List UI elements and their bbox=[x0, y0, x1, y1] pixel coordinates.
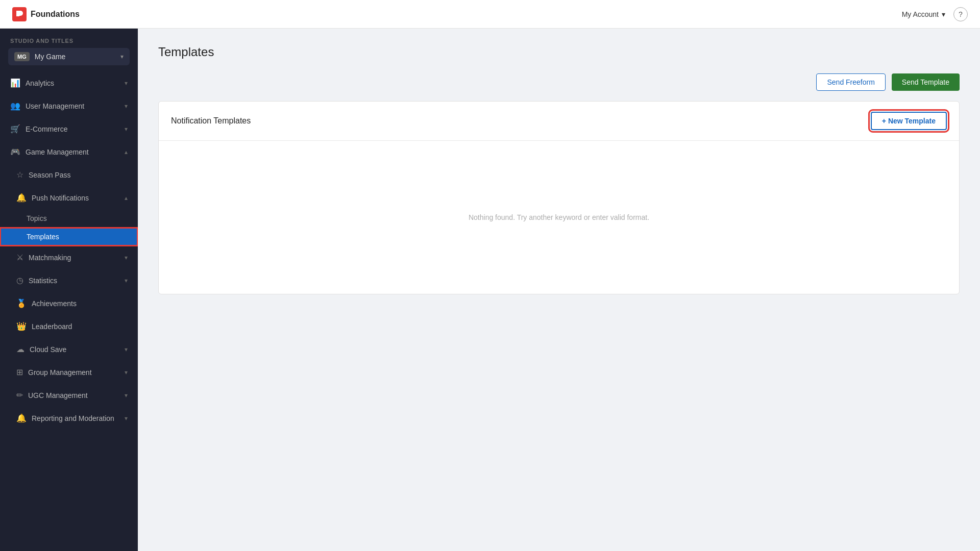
sidebar-item-cloud-save[interactable]: ☁ Cloud Save ▾ bbox=[0, 338, 138, 361]
statistics-icon: ◷ bbox=[16, 276, 23, 285]
analytics-chevron-icon: ▾ bbox=[125, 80, 128, 87]
ecommerce-label: E-Commerce bbox=[26, 125, 67, 133]
studio-name: My Game bbox=[35, 53, 115, 61]
topics-label: Topics bbox=[27, 214, 47, 222]
sidebar-item-topics[interactable]: Topics bbox=[0, 209, 138, 228]
push-notifications-label: Push Notifications bbox=[32, 194, 89, 202]
ugc-management-icon: ✏ bbox=[16, 390, 23, 400]
logo-area: Foundations bbox=[12, 7, 80, 21]
sidebar-item-push-notifications[interactable]: 🔔 Push Notifications ▴ bbox=[0, 186, 138, 209]
game-management-chevron-icon: ▴ bbox=[125, 148, 128, 156]
leaderboard-label: Leaderboard bbox=[32, 322, 72, 331]
user-management-label: User Management bbox=[26, 102, 84, 110]
ecommerce-chevron-icon: ▾ bbox=[125, 126, 128, 133]
page-title: Templates bbox=[158, 45, 960, 59]
reporting-moderation-chevron-icon: ▾ bbox=[125, 415, 128, 422]
header-right: My Account ▾ ? bbox=[902, 7, 968, 21]
studio-selector[interactable]: MG My Game ▾ bbox=[8, 48, 130, 65]
matchmaking-chevron-icon: ▾ bbox=[125, 254, 128, 261]
game-management-icon: 🎮 bbox=[10, 147, 20, 157]
empty-message: Nothing found. Try another keyword or en… bbox=[469, 213, 649, 221]
cloud-save-label: Cloud Save bbox=[30, 345, 66, 354]
season-pass-icon: ☆ bbox=[16, 170, 23, 180]
group-management-label: Group Management bbox=[28, 368, 92, 377]
top-header: Foundations My Account ▾ ? bbox=[0, 0, 980, 29]
sidebar-item-user-management[interactable]: 👥 User Management ▾ bbox=[0, 94, 138, 117]
sidebar-item-leaderboard[interactable]: 👑 Leaderboard bbox=[0, 315, 138, 338]
studio-chevron-icon: ▾ bbox=[120, 53, 124, 60]
new-template-button[interactable]: + New Template bbox=[871, 112, 947, 130]
user-management-chevron-icon: ▾ bbox=[125, 103, 128, 110]
sidebar-item-reporting-moderation[interactable]: 🔔 Reporting and Moderation ▾ bbox=[0, 407, 138, 430]
cloud-save-icon: ☁ bbox=[16, 344, 24, 354]
action-bar: Send Freeform Send Template bbox=[158, 73, 960, 91]
templates-label: Templates bbox=[27, 233, 59, 241]
sidebar-section-label: STUDIO AND TITLES bbox=[0, 29, 138, 48]
sidebar-item-statistics[interactable]: ◷ Statistics ▾ bbox=[0, 269, 138, 292]
sidebar-item-analytics[interactable]: 📊 Analytics ▾ bbox=[0, 71, 138, 94]
send-template-button[interactable]: Send Template bbox=[892, 73, 960, 91]
sidebar-item-templates[interactable]: Templates bbox=[0, 228, 138, 246]
analytics-label: Analytics bbox=[26, 79, 54, 87]
achievements-icon: 🏅 bbox=[16, 298, 27, 308]
group-management-chevron-icon: ▾ bbox=[125, 369, 128, 376]
user-management-icon: 👥 bbox=[10, 101, 20, 111]
push-notifications-icon: 🔔 bbox=[16, 193, 27, 203]
app-body: STUDIO AND TITLES MG My Game ▾ 📊 Analyti… bbox=[0, 29, 980, 551]
sidebar: STUDIO AND TITLES MG My Game ▾ 📊 Analyti… bbox=[0, 29, 138, 551]
ugc-management-label: UGC Management bbox=[28, 391, 88, 399]
card-header: Notification Templates + New Template bbox=[159, 102, 959, 141]
logo-icon bbox=[12, 7, 27, 21]
game-management-label: Game Management bbox=[26, 148, 89, 156]
card-header-title: Notification Templates bbox=[171, 116, 251, 126]
achievements-label: Achievements bbox=[32, 299, 77, 308]
account-chevron-icon: ▾ bbox=[942, 10, 945, 18]
statistics-label: Statistics bbox=[29, 277, 57, 285]
push-notifications-chevron-icon: ▴ bbox=[125, 194, 128, 202]
reporting-moderation-icon: 🔔 bbox=[16, 413, 27, 423]
matchmaking-icon: ⚔ bbox=[16, 253, 23, 262]
help-button[interactable]: ? bbox=[953, 7, 968, 21]
ecommerce-icon: 🛒 bbox=[10, 124, 20, 134]
sidebar-item-ugc-management[interactable]: ✏ UGC Management ▾ bbox=[0, 384, 138, 407]
group-management-icon: ⊞ bbox=[16, 367, 23, 377]
cloud-save-chevron-icon: ▾ bbox=[125, 346, 128, 353]
sidebar-item-group-management[interactable]: ⊞ Group Management ▾ bbox=[0, 361, 138, 384]
analytics-icon: 📊 bbox=[10, 78, 20, 88]
statistics-chevron-icon: ▾ bbox=[125, 277, 128, 284]
my-account-label: My Account bbox=[902, 10, 939, 18]
help-icon: ? bbox=[959, 10, 963, 18]
card-body: Nothing found. Try another keyword or en… bbox=[159, 141, 959, 294]
reporting-moderation-label: Reporting and Moderation bbox=[32, 414, 114, 422]
studio-badge: MG bbox=[14, 52, 30, 61]
logo-text: Foundations bbox=[31, 10, 80, 19]
season-pass-label: Season Pass bbox=[29, 171, 71, 179]
my-account-button[interactable]: My Account ▾ bbox=[902, 10, 945, 18]
sidebar-item-matchmaking[interactable]: ⚔ Matchmaking ▾ bbox=[0, 246, 138, 269]
matchmaking-label: Matchmaking bbox=[29, 254, 71, 262]
send-freeform-button[interactable]: Send Freeform bbox=[816, 73, 885, 91]
sidebar-item-season-pass[interactable]: ☆ Season Pass bbox=[0, 163, 138, 186]
main-content: Templates Send Freeform Send Template No… bbox=[138, 29, 980, 551]
sidebar-item-ecommerce[interactable]: 🛒 E-Commerce ▾ bbox=[0, 117, 138, 140]
sidebar-item-game-management[interactable]: 🎮 Game Management ▴ bbox=[0, 140, 138, 163]
content-card: Notification Templates + New Template No… bbox=[158, 101, 960, 294]
ugc-management-chevron-icon: ▾ bbox=[125, 392, 128, 399]
leaderboard-icon: 👑 bbox=[16, 321, 27, 331]
sidebar-item-achievements[interactable]: 🏅 Achievements bbox=[0, 292, 138, 315]
